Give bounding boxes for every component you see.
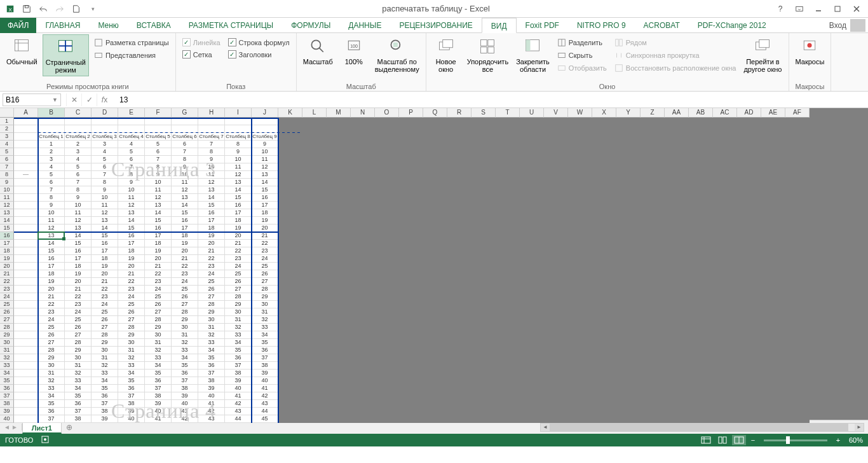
select-all-corner[interactable]	[0, 108, 14, 118]
name-box[interactable]: B16▼	[3, 93, 61, 106]
page-layout-button[interactable]: Разметка страницы	[92, 37, 172, 48]
zoom-100-button[interactable]: 100100%	[338, 34, 370, 67]
hide-button[interactable]: Скрыть	[555, 50, 609, 61]
tab-insert[interactable]: ВСТАВКА	[128, 18, 180, 33]
tab-data[interactable]: ДАННЫЕ	[339, 18, 390, 33]
normal-view-icon[interactable]	[699, 435, 713, 445]
cells-area[interactable]: Столбец 1Столбец 2Столбец 3Столбец 4Стол…	[14, 118, 810, 423]
tab-home[interactable]: ГЛАВНАЯ	[36, 18, 89, 33]
svg-point-38	[808, 43, 812, 48]
user-avatar[interactable]	[850, 19, 865, 32]
spreadsheet-grid[interactable]: ABCDEFGHIJKLMNOPQRSTUVWXYZAAABACADAEAF 1…	[0, 108, 868, 420]
ruler-checkbox: Линейка	[180, 37, 223, 48]
svg-line-15	[320, 48, 323, 52]
group-label-show: Показ	[180, 82, 292, 91]
formula-input[interactable]	[117, 93, 865, 106]
new-window-button[interactable]: Новое окно	[430, 34, 462, 75]
cancel-icon[interactable]: ✕	[66, 93, 81, 106]
zoom-level[interactable]: 60%	[849, 436, 863, 444]
switch-windows-button[interactable]: Перейти в другое окно	[741, 34, 784, 75]
svg-rect-44	[719, 437, 722, 443]
group-label-views: Режимы просмотра книги	[4, 82, 172, 91]
tab-nitro[interactable]: NITRO PRO 9	[568, 18, 635, 33]
svg-rect-23	[488, 40, 494, 46]
sync-scroll-button: Синхронная прокрутка	[612, 50, 739, 61]
svg-point-14	[312, 40, 321, 49]
custom-views-button[interactable]: Представления	[92, 50, 172, 61]
zoom-in-button[interactable]: +	[834, 436, 843, 444]
new-doc-icon[interactable]	[69, 2, 84, 16]
svg-rect-31	[559, 66, 566, 71]
side-by-side-button: Рядом	[612, 37, 739, 48]
formulabar-checkbox[interactable]: Строка формул	[226, 37, 292, 48]
svg-rect-19	[393, 43, 398, 47]
macros-button[interactable]: Макросы	[793, 34, 827, 67]
svg-rect-24	[481, 47, 487, 53]
gridlines-checkbox[interactable]: Сетка	[180, 49, 223, 60]
svg-rect-2	[25, 5, 28, 8]
tab-review[interactable]: РЕЦЕНЗИРОВАНИЕ	[390, 18, 481, 33]
tab-view[interactable]: ВИД	[482, 18, 517, 33]
record-macro-icon[interactable]	[41, 435, 50, 445]
zoom-selection-button[interactable]: Масштаб по выделенному	[372, 34, 422, 75]
login-link[interactable]: Вход	[825, 21, 850, 30]
freeze-panes-button[interactable]: Закрепить области	[513, 34, 552, 75]
fx-icon[interactable]: fx	[97, 93, 112, 106]
window-title: распечатать таблицу - Excel	[100, 4, 771, 13]
row-headers[interactable]: 1234567891011121314151617181920212223242…	[0, 118, 14, 423]
zoom-slider[interactable]	[764, 439, 827, 441]
svg-rect-27	[526, 40, 531, 52]
svg-rect-21	[442, 40, 452, 48]
svg-rect-3	[796, 6, 803, 11]
save-icon[interactable]	[19, 2, 34, 16]
zoom-out-button[interactable]: −	[749, 436, 757, 444]
excel-icon[interactable]: X	[3, 2, 18, 16]
page-break-view-button[interactable]: Страничный режим	[43, 34, 89, 76]
svg-text:X: X	[8, 6, 12, 12]
svg-rect-5	[835, 6, 840, 11]
ribbon-options-icon[interactable]	[790, 2, 808, 16]
svg-text:100: 100	[350, 44, 358, 48]
tab-pdfx[interactable]: PDF-XChange 2012	[689, 18, 775, 33]
qat-dropdown-icon[interactable]: ▾	[85, 2, 100, 16]
tab-menu[interactable]: Меню	[89, 18, 127, 33]
page-break-view-icon[interactable]	[732, 435, 746, 445]
redo-icon[interactable]	[52, 2, 67, 16]
enter-icon[interactable]: ✓	[81, 93, 97, 106]
arrange-all-button[interactable]: Упорядочить все	[465, 34, 511, 75]
ribbon: Обычный Страничный режим Разметка страни…	[0, 33, 868, 92]
quick-access-toolbar: X ▾	[3, 2, 100, 16]
title-bar: X ▾ распечатать таблицу - Excel ?	[0, 0, 868, 18]
svg-rect-45	[723, 437, 726, 443]
maximize-icon[interactable]	[829, 2, 846, 16]
group-label-zoom: Масштаб	[301, 82, 422, 91]
horizontal-scrollbar[interactable]: ◄ ►	[540, 423, 864, 432]
status-bar: ГОТОВО − + 60%	[0, 434, 868, 446]
split-button[interactable]: Разделить	[555, 37, 609, 48]
ribbon-tabs: ФАЙЛ ГЛАВНАЯ Меню ВСТАВКА РАЗМЕТКА СТРАН…	[0, 18, 868, 33]
normal-view-button[interactable]: Обычный	[4, 34, 40, 67]
close-icon[interactable]	[848, 2, 865, 16]
svg-rect-30	[559, 53, 566, 58]
group-label-macros: Макросы	[793, 82, 827, 91]
minimize-icon[interactable]	[810, 2, 827, 16]
zoom-button[interactable]: Масштаб	[301, 34, 336, 67]
add-sheet-button[interactable]: ⊕	[62, 423, 77, 432]
tab-acrobat[interactable]: ACROBAT	[635, 18, 689, 33]
sheet-nav[interactable]: ◄►	[0, 424, 22, 431]
tab-pagelayout[interactable]: РАЗМЕТКА СТРАНИЦЫ	[180, 18, 283, 33]
svg-rect-13	[95, 53, 102, 58]
group-label-window: Окно	[430, 82, 785, 91]
reset-position-button: Восстановить расположение окна	[612, 62, 739, 74]
help-icon[interactable]: ?	[771, 2, 789, 16]
status-text: ГОТОВО	[5, 436, 33, 444]
tab-formulas[interactable]: ФОРМУЛЫ	[282, 18, 339, 33]
svg-rect-6	[15, 40, 29, 52]
tab-foxit[interactable]: Foxit PDF	[517, 18, 568, 33]
tab-file[interactable]: ФАЙЛ	[0, 18, 36, 33]
svg-rect-32	[616, 39, 618, 46]
page-layout-view-icon[interactable]	[715, 435, 729, 445]
headings-checkbox[interactable]: Заголовки	[226, 49, 292, 60]
column-headers[interactable]: ABCDEFGHIJKLMNOPQRSTUVWXYZAAABACADAEAF	[14, 108, 810, 118]
undo-icon[interactable]	[36, 2, 51, 16]
